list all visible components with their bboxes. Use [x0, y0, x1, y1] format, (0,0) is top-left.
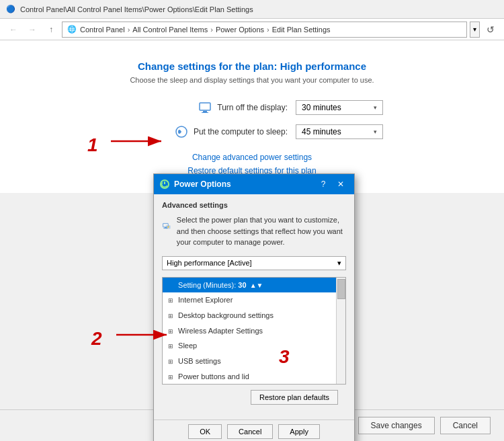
power-options-icon: [159, 179, 170, 190]
page-title: Change settings for the plan: High perfo…: [27, 61, 477, 72]
path-power-options[interactable]: Power Options: [216, 26, 264, 34]
dialog-section-title: Advanced settings: [162, 201, 346, 209]
tree-item-desktop-background[interactable]: ⊞ Desktop background settings: [163, 308, 336, 323]
svg-rect-0: [200, 103, 210, 110]
sleep-setting-row: Put the computer to sleep: 45 minutes ▾: [27, 124, 477, 139]
page-subtitle: Choose the sleep and display settings th…: [27, 76, 477, 84]
tree-item-setting-minutes[interactable]: Setting (Minutes): 30 ▲▼: [163, 278, 336, 293]
change-advanced-link[interactable]: Change advanced power settings: [27, 153, 477, 162]
dialog-ok-button[interactable]: OK: [188, 424, 222, 439]
path-edit-plan[interactable]: Edit Plan Settings: [272, 26, 331, 34]
display-dropdown[interactable]: 30 minutes ▾: [296, 100, 383, 115]
power-options-dialog[interactable]: Power Options ? ✕ Advanced settings ⚡ Se…: [153, 173, 355, 441]
tree-item-power-buttons[interactable]: ⊞ Power buttons and lid: [163, 369, 336, 385]
tree-scrollbar[interactable]: [336, 278, 345, 384]
cancel-button[interactable]: Cancel: [440, 417, 491, 434]
tree-item-internet-explorer[interactable]: ⊞ Internet Explorer: [163, 292, 336, 308]
address-path: 🌐 Control Panel › All Control Panel Item…: [62, 22, 467, 38]
address-bar: ← → ↑ 🌐 Control Panel › All Control Pane…: [0, 19, 504, 40]
settings-tree[interactable]: Setting (Minutes): 30 ▲▼ ⊞ Internet Expl…: [162, 277, 346, 385]
dialog-apply-button[interactable]: Apply: [278, 424, 320, 439]
back-button[interactable]: ←: [5, 22, 22, 38]
power-customize-icon: ⚡: [162, 214, 171, 239]
svg-text:⚡: ⚡: [167, 225, 170, 229]
address-dropdown[interactable]: ▾: [470, 22, 480, 38]
dialog-description-text: Select the power plan that you want to c…: [177, 214, 346, 248]
main-content: Change settings for the plan: High perfo…: [0, 40, 504, 193]
display-setting-label: Turn off the display:: [121, 101, 296, 114]
links-section: Change advanced power settings Restore d…: [27, 153, 477, 175]
tree-item-usb-settings[interactable]: ⊞ USB settings: [163, 354, 336, 369]
dialog-close-button[interactable]: ✕: [333, 177, 349, 192]
scroll-thumb[interactable]: [337, 279, 345, 299]
restore-plan-defaults-button[interactable]: Restore plan defaults: [251, 390, 338, 405]
refresh-button[interactable]: ↺: [482, 22, 499, 38]
dialog-action-buttons: OK Cancel Apply: [154, 419, 354, 442]
dialog-help-button[interactable]: ?: [315, 177, 331, 192]
control-panel-icon: 🔵: [5, 4, 16, 15]
display-setting-row: Turn off the display: 30 minutes ▾: [27, 100, 477, 115]
dialog-controls: ? ✕: [315, 177, 349, 192]
svg-rect-2: [202, 112, 208, 113]
dialog-cancel-button[interactable]: Cancel: [227, 424, 273, 439]
sleep-icon: [175, 125, 188, 138]
title-bar-text: Control Panel\All Control Panel Items\Po…: [20, 5, 253, 13]
path-all-items[interactable]: All Control Panel Items: [132, 26, 208, 34]
path-icon: 🌐: [67, 24, 77, 35]
dialog-description: ⚡ Select the power plan that you want to…: [162, 214, 346, 248]
tree-item-wireless-adapter[interactable]: ⊞ Wireless Adapter Settings: [163, 323, 336, 339]
tree-item-sleep[interactable]: ⊞ Sleep: [163, 338, 336, 354]
title-bar: 🔵 Control Panel\All Control Panel Items\…: [0, 0, 504, 19]
annotation-2: 2: [91, 328, 102, 350]
dialog-title: Power Options: [159, 179, 231, 190]
monitor-icon: [198, 101, 212, 114]
dropdown-arrow-sleep-icon: ▾: [374, 128, 377, 135]
save-changes-button[interactable]: Save changes: [358, 417, 435, 434]
plan-select-arrow-icon: ▾: [337, 259, 341, 268]
svg-rect-1: [203, 111, 207, 112]
forward-button[interactable]: →: [24, 22, 40, 38]
sleep-dropdown[interactable]: 45 minutes ▾: [296, 124, 383, 139]
plan-select[interactable]: High performance [Active] ▾: [162, 256, 346, 270]
dialog-footer: Restore plan defaults: [162, 390, 346, 410]
path-control-panel[interactable]: Control Panel: [80, 26, 125, 34]
dialog-titlebar: Power Options ? ✕: [154, 174, 354, 194]
up-button[interactable]: ↑: [43, 22, 59, 38]
dropdown-arrow-icon: ▾: [374, 104, 377, 111]
sleep-setting-label: Put the computer to sleep:: [121, 125, 296, 138]
dialog-body: Advanced settings ⚡ Select the power pla…: [154, 194, 354, 419]
